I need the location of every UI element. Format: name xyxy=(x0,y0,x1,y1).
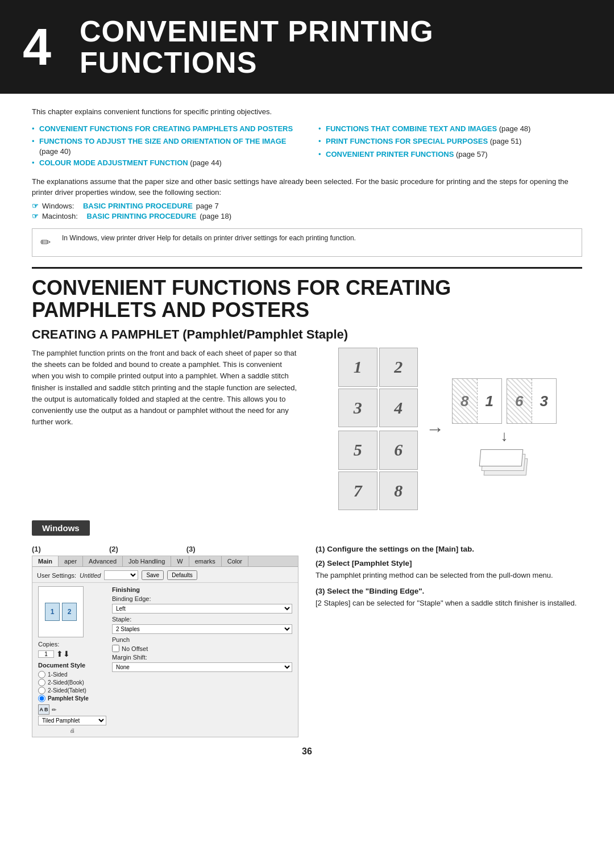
finishing-heading: Finishing xyxy=(112,586,292,593)
chapter-title-block: CONVENIENT PRINTING FUNCTIONS xyxy=(80,16,434,78)
pamphlet-diagram: 1 2 3 4 5 6 7 8 → xyxy=(313,348,582,510)
copies-spinner[interactable]: ⬆⬇ xyxy=(56,649,70,658)
stacked-papers xyxy=(479,448,530,479)
note-text: In Windows, view printer driver Help for… xyxy=(62,233,356,243)
copies-input[interactable] xyxy=(38,650,54,658)
source-pages-grid-2: 5 6 7 8 xyxy=(338,431,418,510)
page-cell-7: 7 xyxy=(338,471,377,511)
user-settings-value: Untitled xyxy=(80,572,101,579)
dialog-left-panel: 1 2 Copies: ⬆⬇ xyxy=(38,586,106,733)
toc-link-4[interactable]: FUNCTIONS THAT COMBINE TEXT AND IMAGES xyxy=(326,124,497,133)
margin-shift-label: Margin Shift: xyxy=(112,654,147,661)
tab-paper[interactable]: aper xyxy=(59,556,83,566)
radio-2-sided-tablet: 2-Sided(Tablet) xyxy=(38,687,106,694)
toc-link-5[interactable]: PRINT FUNCTIONS FOR SPECIAL PURPOSES xyxy=(326,137,488,145)
procedure-windows: ☞ Windows: BASIC PRINTING PROCEDURE page… xyxy=(32,202,582,210)
pamphlet-description: The pamphlet function prints on the fron… xyxy=(32,348,301,428)
page-cell-6: 6 xyxy=(379,431,418,470)
toc-suffix-2: (page 40) xyxy=(39,147,71,156)
procedure-windows-link[interactable]: BASIC PRINTING PROCEDURE xyxy=(83,202,193,210)
source-pages-grid: 1 2 3 4 xyxy=(338,348,418,427)
note-box: ✏ In Windows, view printer driver Help f… xyxy=(32,228,582,257)
page-cell-3: 3 xyxy=(338,389,377,428)
no-offset-checkbox[interactable] xyxy=(112,645,119,652)
chapter-number: 4 xyxy=(23,22,68,73)
toc-item-1: • CONVENIENT FUNCTIONS FOR CREATING PAMP… xyxy=(32,124,296,134)
toc-item-5: • PRINT FUNCTIONS FOR SPECIAL PURPOSES (… xyxy=(318,136,582,147)
radio-2-sided-book: 2-Sided(Book) xyxy=(38,679,106,686)
callout-3: (3) xyxy=(186,545,196,553)
toc-suffix-5: (page 51) xyxy=(488,137,521,145)
toc-suffix-6: (page 57) xyxy=(454,150,487,158)
procedure-mac: ☞ Macintosh: BASIC PRINTING PROCEDURE (p… xyxy=(32,212,582,220)
toc-link-6[interactable]: CONVENIENT PRINTER FUNCTIONS xyxy=(326,150,454,158)
procedure-mac-link[interactable]: BASIC PRINTING PROCEDURE xyxy=(87,212,197,220)
windows-label: Windows xyxy=(32,520,90,536)
defaults-button[interactable]: Defaults xyxy=(167,570,197,580)
pamphlet-style-select[interactable]: Tiled Pamphlet xyxy=(38,716,106,725)
pamphlet-text-col: The pamphlet function prints on the fron… xyxy=(32,348,301,510)
pamphlet-layout: The pamphlet function prints on the fron… xyxy=(32,348,582,510)
copies-input-row: ⬆⬇ xyxy=(38,649,106,658)
user-settings-select[interactable] xyxy=(104,570,138,580)
main-section-title: CONVENIENT FUNCTIONS FOR CREATING PAMPHL… xyxy=(32,277,582,322)
chapter-title-line2: FUNCTIONS xyxy=(80,47,434,78)
staple-row: Staple: xyxy=(112,616,292,623)
toc-item-4: • FUNCTIONS THAT COMBINE TEXT AND IMAGES… xyxy=(318,124,582,134)
pamphlet-icon-ab: A B xyxy=(38,704,49,715)
radio-1-sided: 1-Sided xyxy=(38,671,106,678)
page-cell-4: 4 xyxy=(379,389,418,428)
user-settings-row: User Settings: Untitled Save Defaults xyxy=(32,567,298,583)
save-button[interactable]: Save xyxy=(142,570,164,580)
tab-advanced[interactable]: Advanced xyxy=(83,556,123,566)
toc-link-3[interactable]: COLOUR MODE ADJUSTMENT FUNCTION xyxy=(39,158,188,167)
main-content: This chapter explains convenient functio… xyxy=(0,107,614,766)
tab-color[interactable]: Color xyxy=(222,556,248,566)
result-sheet-2: 6 3 xyxy=(507,378,557,424)
callout-row: (1) (2) (3) xyxy=(32,545,298,553)
dialog-tabs: Main aper Advanced Job Handling W emarks… xyxy=(32,556,298,567)
pamphlet-icon-label: ✏ xyxy=(52,707,56,713)
step-2-title: (2) Select [Pamphlet Style] xyxy=(316,559,582,567)
windows-section: Windows (1) (2) (3) Main aper Advanced J… xyxy=(32,520,582,737)
punch-label: Punch xyxy=(112,636,130,643)
tab-w[interactable]: W xyxy=(171,556,189,566)
step-1: (1) Configure the settings on the [Main]… xyxy=(316,545,582,553)
step-2-body: The pamphlet printing method can be sele… xyxy=(316,570,582,581)
toc-link-1[interactable]: CONVENIENT FUNCTIONS FOR CREATING PAMPHL… xyxy=(39,124,293,133)
no-offset-row: No Offset xyxy=(112,645,292,652)
note-icon: ✏ xyxy=(40,234,56,252)
step-3-body: [2 Staples] can be selected for "Staple"… xyxy=(316,598,582,609)
page-cell-5: 5 xyxy=(338,431,377,470)
pamphlet-icon-row: A B ✏ xyxy=(38,704,106,715)
toc-suffix-3: (page 44) xyxy=(188,158,222,167)
doc-style-heading: Document Style xyxy=(38,662,106,669)
toc-suffix-4: (page 48) xyxy=(497,124,530,133)
radio-pamphlet-style: Pamphlet Style xyxy=(38,695,106,702)
binding-edge-row: Binding Edge: xyxy=(112,595,292,602)
down-arrow-icon: ↓ xyxy=(501,427,508,445)
result-sheet-1: 8 1 xyxy=(452,378,502,424)
tab-job-handling[interactable]: Job Handling xyxy=(123,556,171,566)
intro-text: This chapter explains convenient functio… xyxy=(32,107,582,116)
section-divider xyxy=(32,267,582,269)
no-offset-label: No Offset xyxy=(122,645,148,652)
toc-link-2[interactable]: FUNCTIONS TO ADJUST THE SIZE AND ORIENTA… xyxy=(39,137,287,145)
print-preview: 1 2 xyxy=(38,586,84,637)
margin-shift-select[interactable]: None xyxy=(112,662,292,672)
tab-emarks[interactable]: emarks xyxy=(189,556,222,566)
tab-main[interactable]: Main xyxy=(32,556,59,566)
step-3-title: (3) Select the "Binding Edge". xyxy=(316,587,582,595)
page-number: 36 xyxy=(32,746,582,766)
callout-1: (1) xyxy=(32,545,41,553)
margin-shift-row: Margin Shift: xyxy=(112,654,292,661)
procedure-mac-label: Macintosh: xyxy=(42,212,78,220)
binding-edge-select[interactable]: Left xyxy=(112,604,292,614)
printer-icon: 🖨 xyxy=(38,728,106,733)
dialog-body: 1 2 Copies: ⬆⬇ xyxy=(32,583,298,737)
step-2: (2) Select [Pamphlet Style] The pamphlet… xyxy=(316,559,582,581)
document-style-radio-group: 1-Sided 2-Sided(Book) 2-Sided(Tablet) Pa… xyxy=(38,671,106,702)
page-cell-1: 1 xyxy=(338,348,377,387)
punch-row: Punch xyxy=(112,636,292,643)
staple-select[interactable]: 2 Staples xyxy=(112,624,292,634)
